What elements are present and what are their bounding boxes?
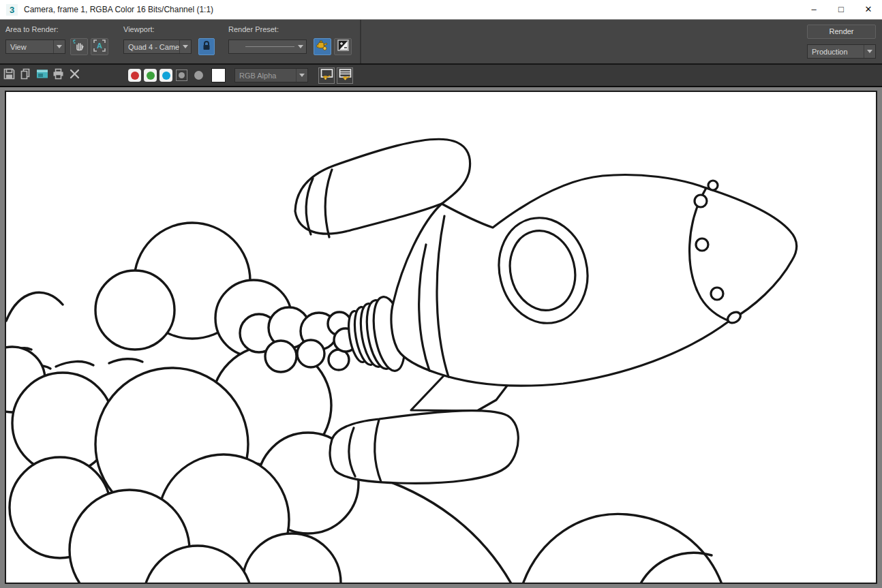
render-mode-value: Production — [808, 48, 864, 56]
environment-exposure-button[interactable] — [334, 38, 352, 55]
3dsmax-logo-icon: 3 — [6, 4, 18, 16]
background-color-swatch[interactable] — [211, 68, 226, 82]
chevron-down-icon — [294, 40, 306, 53]
chevron-down-icon — [296, 69, 307, 82]
green-channel-icon — [147, 72, 155, 80]
save-icon — [3, 68, 15, 82]
chevron-down-icon — [864, 45, 875, 58]
red-channel-icon — [131, 72, 139, 80]
window-controls: – □ ✕ — [800, 0, 882, 19]
window-title: Camera, frame 1, RGBA Color 16 Bits/Chan… — [24, 5, 213, 14]
clone-window-icon — [36, 68, 48, 82]
blue-channel-icon — [162, 72, 170, 80]
rendered-frame-window: 3 Camera, frame 1, RGBA Color 16 Bits/Ch… — [0, 0, 882, 588]
render-mode-dropdown[interactable]: Production — [807, 44, 876, 59]
area-to-render-label: Area to Render: — [5, 25, 108, 33]
viewport-lock-button[interactable] — [198, 38, 215, 55]
blue-channel-toggle[interactable] — [159, 69, 172, 82]
viewport-section: Viewport: Quad 4 - Camera — [123, 20, 215, 63]
rendered-image[interactable] — [5, 91, 877, 584]
rocket-line-art — [6, 92, 876, 583]
display-toolbar: RGB Alpha — [0, 65, 882, 87]
chevron-down-icon — [53, 40, 65, 53]
monochrome-icon — [179, 72, 185, 78]
save-image-button[interactable] — [2, 68, 16, 82]
close-button[interactable]: ✕ — [855, 0, 882, 19]
render-toolbar: Area to Render: View — [0, 20, 882, 65]
copy-image-button[interactable] — [18, 68, 33, 82]
render-preset-section: Render Preset: — [228, 20, 352, 63]
red-channel-toggle[interactable] — [128, 69, 141, 82]
channel-display-dropdown[interactable]: RGB Alpha — [234, 68, 308, 82]
clone-rendered-frame-window-button[interactable] — [35, 68, 49, 82]
area-to-render-dropdown[interactable]: View — [5, 40, 65, 54]
minimize-button[interactable]: – — [800, 0, 827, 19]
edit-region-button[interactable] — [70, 38, 88, 55]
render-actions: Render Production — [807, 20, 876, 63]
panel-teapot-icon — [339, 68, 352, 83]
render-preset-label: Render Preset: — [228, 25, 352, 33]
toggle-ui-button[interactable] — [337, 67, 353, 84]
area-to-render-section: Area to Render: View — [5, 20, 108, 63]
chevron-down-icon — [179, 40, 191, 53]
svg-text:A: A — [97, 42, 102, 50]
window-teapot-icon — [320, 68, 333, 83]
close-x-icon — [70, 69, 80, 82]
canvas-frame — [0, 87, 882, 588]
channel-display-value: RGB Alpha — [235, 72, 296, 80]
print-icon — [52, 68, 64, 82]
green-channel-toggle[interactable] — [144, 69, 157, 82]
maximize-button[interactable]: □ — [827, 0, 855, 19]
toggle-ui-overlays-button[interactable] — [318, 67, 335, 84]
viewport-value: Quad 4 - Camera — [124, 43, 179, 51]
lock-icon — [201, 40, 212, 54]
render-button[interactable]: Render — [807, 25, 876, 39]
area-to-render-value: View — [6, 43, 53, 51]
render-preset-dropdown[interactable] — [228, 40, 307, 54]
alpha-channel-toggle[interactable] — [194, 71, 203, 80]
auto-region-selected-button[interactable]: A — [91, 38, 108, 55]
render-setup-teapot-icon — [316, 40, 329, 54]
auto-region-selected-icon: A — [93, 40, 106, 55]
render-setup-button[interactable] — [314, 38, 331, 55]
toolbar-separator — [360, 20, 361, 63]
viewport-label: Viewport: — [123, 25, 215, 33]
copy-icon — [20, 68, 31, 82]
clear-image-button[interactable] — [67, 68, 82, 82]
titlebar: 3 Camera, frame 1, RGBA Color 16 Bits/Ch… — [0, 0, 882, 20]
edit-region-icon — [73, 40, 85, 55]
viewport-dropdown[interactable]: Quad 4 - Camera — [123, 40, 192, 54]
empty-preset-line — [245, 46, 294, 47]
monochrome-toggle[interactable] — [176, 69, 187, 81]
exposure-control-icon — [337, 40, 349, 54]
print-image-button[interactable] — [51, 68, 65, 82]
